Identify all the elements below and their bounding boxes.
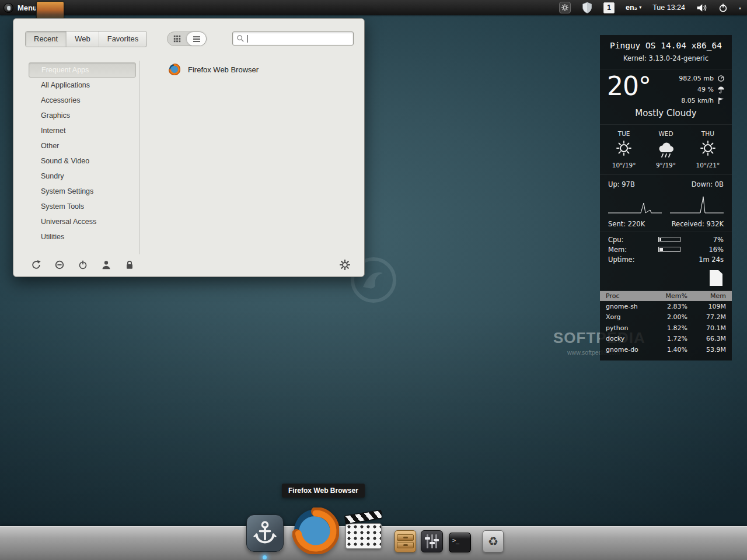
category-sundry[interactable]: Sundry [29, 169, 136, 184]
dock-item-firefox[interactable] [292, 508, 339, 554]
dock-item-video-editor[interactable] [345, 515, 384, 551]
menu-button[interactable]: Menu [0, 0, 37, 15]
keyboard-layout-label: en₂ [626, 4, 637, 12]
table-row: docky 1.72% 66.3M [600, 334, 732, 345]
dock-item-audio-mixer[interactable] [421, 530, 443, 552]
table-row: gnome-sh 2.83% 109M [600, 301, 732, 312]
forecast-temps: 10°/21° [696, 162, 720, 169]
settings-tray-button[interactable] [559, 2, 571, 13]
conky-file-row [600, 267, 732, 290]
dock-tooltip: Firefox Web Browser [282, 484, 365, 498]
proc-mem: 70.1M [687, 324, 726, 333]
category-utilities[interactable]: Utilities [29, 229, 136, 244]
search-icon [236, 34, 245, 43]
category-sound-video[interactable]: Sound & Video [29, 153, 136, 169]
document-icon [710, 270, 722, 286]
clapperboard-stripes [344, 510, 383, 524]
weather-forecast: TUE 10°/19° WED 9°/19° [600, 124, 732, 174]
forecast-day: TUE [618, 130, 630, 137]
volume-icon[interactable] [696, 3, 707, 13]
pressure-value: 982.05 mb [679, 75, 714, 82]
search-input[interactable] [251, 34, 350, 43]
humidity-umbrella-icon [717, 86, 725, 93]
dock-item-docky[interactable] [246, 514, 284, 552]
proc-name: gnome-do [606, 345, 652, 355]
app-menu: Recent Web Favorites Freq [13, 18, 365, 277]
proc-mem: 77.2M [687, 313, 726, 322]
shield-security-icon[interactable] [582, 2, 592, 13]
distro-menu-icon [4, 3, 13, 13]
app-item-label: Firefox Web Browser [188, 65, 259, 74]
category-accessories[interactable]: Accessories [29, 93, 136, 108]
system-tray: 1 en₂ ▾ Tue 13:24 ▴ [559, 0, 747, 15]
upload-graph [608, 192, 662, 215]
text-caret [247, 35, 248, 43]
clock[interactable]: Tue 13:24 [652, 4, 685, 12]
cpu-value: 7% [698, 236, 724, 244]
mixer-slider-icon [435, 534, 437, 548]
menu-tab-group: Recent Web Favorites [25, 31, 147, 47]
app-item-firefox[interactable]: Firefox Web Browser [164, 61, 263, 78]
kernel-version: Kernel: 3.13.0-24-generic [603, 54, 728, 62]
category-universal-access[interactable]: Universal Access [29, 214, 136, 229]
category-sidebar: Frequent Apps All Applications Accessori… [29, 62, 136, 244]
tab-web[interactable]: Web [66, 32, 99, 47]
user-switch-icon[interactable] [101, 260, 111, 270]
net-received: Received: 932K [672, 220, 724, 228]
chevron-up-icon[interactable]: ▴ [739, 5, 741, 10]
uptime-value: 1m 24s [698, 256, 724, 264]
forecast-day: WED [658, 130, 673, 137]
net-down: Down: 0B [692, 180, 724, 188]
dock-item-terminal[interactable]: >_ [449, 533, 471, 552]
table-row: Xorg 2.00% 77.2M [600, 312, 732, 323]
temperature: 20° [607, 73, 651, 104]
logout-icon[interactable] [54, 260, 65, 270]
table-row: gnome-do 1.40% 53.9M [600, 344, 732, 355]
system-section: Cpu: 7% Mem: 16% Uptime: 1m 24s [600, 232, 732, 267]
category-internet[interactable]: Internet [29, 123, 136, 138]
drawer-icon [397, 534, 414, 541]
proc-mem-pct: 1.72% [652, 334, 687, 344]
category-graphics[interactable]: Graphics [29, 108, 136, 123]
mixer-slider-icon [431, 534, 433, 548]
proc-mem-pct: 1.40% [652, 345, 687, 355]
lock-icon[interactable] [124, 260, 135, 270]
download-graph [670, 192, 724, 215]
grid-view-button[interactable] [167, 32, 187, 46]
proc-name: gnome-sh [606, 302, 652, 312]
keyboard-layout-indicator[interactable]: en₂ ▾ [626, 4, 641, 12]
category-other[interactable]: Other [29, 138, 136, 153]
view-toggle [167, 32, 207, 46]
mem-value: 16% [698, 246, 724, 254]
restart-icon[interactable] [31, 260, 41, 270]
drawer-icon [397, 542, 414, 548]
col-mem-pct: Mem% [652, 292, 687, 300]
proc-name: python [606, 324, 652, 333]
category-frequent-apps[interactable]: Frequent Apps [29, 62, 136, 78]
list-view-button[interactable] [187, 32, 206, 46]
proc-mem: 53.9M [687, 345, 726, 355]
col-mem: Mem [687, 292, 726, 300]
tab-favorites[interactable]: Favorites [99, 32, 146, 47]
wind-value: 8.05 km/h [681, 97, 714, 104]
top-panel: Menu 1 en₂ ▾ Tue 13:24 [0, 0, 747, 15]
dock-item-file-cabinet[interactable] [395, 530, 416, 552]
mem-label: Mem: [608, 246, 641, 254]
shutdown-icon[interactable] [78, 260, 88, 270]
category-system-settings[interactable]: System Settings [29, 184, 136, 199]
proc-mem-pct: 2.00% [652, 313, 687, 322]
menu-settings-gear-icon[interactable] [340, 260, 350, 270]
proc-name: docky [606, 334, 652, 344]
pressure-gauge-icon [717, 75, 725, 82]
firefox-icon [169, 64, 180, 75]
tab-recent[interactable]: Recent [26, 32, 66, 47]
workspace-switcher[interactable]: 1 [603, 2, 615, 13]
power-icon[interactable] [718, 3, 728, 13]
table-row: python 1.82% 70.1M [600, 323, 732, 334]
category-all-applications[interactable]: All Applications [29, 78, 136, 93]
dock-item-trash[interactable]: ♻ [483, 530, 504, 552]
search-field[interactable] [232, 32, 354, 46]
category-system-tools[interactable]: System Tools [29, 199, 136, 214]
recycle-icon: ♻ [488, 534, 498, 548]
chevron-down-icon: ▾ [639, 5, 641, 10]
